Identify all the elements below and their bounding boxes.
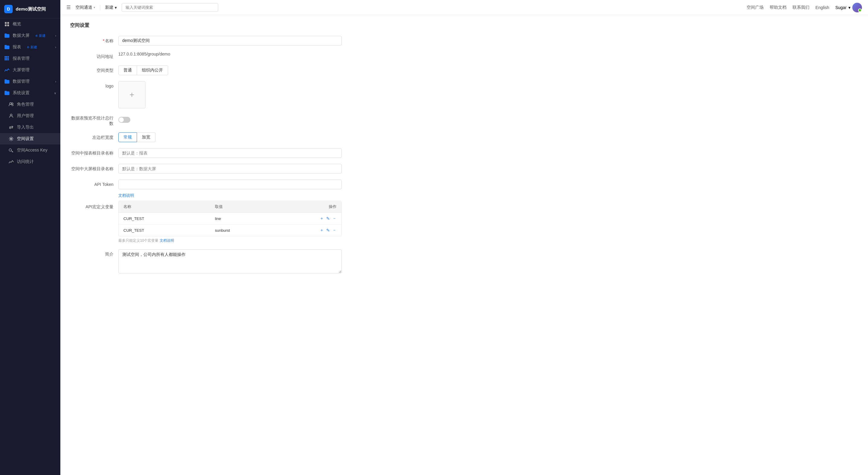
logo-upload-area[interactable]: + (118, 81, 146, 108)
data-mgmt-icon (4, 79, 10, 84)
topbar-new-btn[interactable]: 新建 ▾ (105, 5, 117, 10)
form-row-api-token: API Token (70, 180, 858, 189)
sidebar-item-report-mgmt[interactable]: 报表管理 (0, 53, 60, 64)
help-docs-link[interactable]: 帮助文档 (770, 5, 786, 10)
svg-rect-1 (7, 22, 9, 24)
svg-point-14 (12, 103, 13, 104)
macro-header-value: 取值 (215, 204, 306, 210)
table-row: CUR_TEST sunburst ＋ ✎ － (119, 224, 341, 236)
sidebar-item-report[interactable]: 报表 ⊕ 新建 › (0, 41, 60, 53)
app-name: demo测试空间 (16, 6, 46, 12)
form-row-screen-dir: 空间中大屏根目录名称 (70, 164, 858, 173)
user-menu[interactable]: Sugar ▾ (835, 3, 862, 12)
intro-label: 简介 (70, 249, 118, 257)
name-input[interactable] (118, 36, 342, 45)
form-row-doc-link: 文档说明 (70, 193, 858, 198)
form-row-intro: 简介 测试空间，公司内所有人都能操作 (70, 249, 858, 274)
svg-point-13 (10, 103, 11, 104)
screen-dir-label: 空间中大屏根目录名称 (70, 164, 118, 172)
space-square-link[interactable]: 空间广场 (747, 5, 764, 10)
macro-row1-add-btn[interactable]: ＋ (320, 216, 324, 221)
data-preview-toggle[interactable] (118, 117, 130, 123)
sidebar-item-user-mgmt[interactable]: 用户管理 (0, 110, 60, 122)
form-row-space-type: 空间类型 普通 组织内公开 (70, 65, 858, 75)
screen-dir-input[interactable] (118, 164, 342, 173)
svg-rect-12 (7, 59, 9, 60)
access-stats-icon (8, 159, 14, 164)
user-name: Sugar (835, 5, 846, 10)
name-control (118, 36, 342, 45)
sidebar-item-access-stats-label: 访问统计 (17, 159, 34, 164)
language-switch[interactable]: English (815, 5, 829, 10)
toggle-control (118, 115, 342, 123)
api-macro-label: API宏定义变量 (70, 201, 118, 210)
sidebar-item-overview[interactable]: 概览 (0, 19, 60, 30)
report-dir-label: 空间中报表根目录名称 (70, 148, 118, 156)
macro-row2-edit-btn[interactable]: ✎ (326, 228, 330, 233)
sidebar-item-space-settings[interactable]: 空间设置 (0, 133, 60, 145)
contact-us-link[interactable]: 联系我们 (793, 5, 809, 10)
api-macro-control: 名称 取值 操作 CUR_TEST line ＋ ✎ － (118, 201, 342, 243)
space-type-org-public-btn[interactable]: 组织内公开 (137, 65, 168, 75)
api-token-input[interactable] (118, 180, 342, 189)
doc-link-control: 文档说明 (118, 193, 342, 198)
topbar-search (122, 3, 218, 12)
form-row-logo: logo + (70, 81, 858, 108)
menu-toggle-icon[interactable]: ☰ (66, 4, 71, 10)
report-dir-input[interactable] (118, 148, 342, 158)
report-new-badge[interactable]: ⊕ 新建 (25, 45, 39, 50)
sidebar-item-space-access-key[interactable]: 空间Access Key (0, 145, 60, 156)
sidebar-item-import-export-label: 导入导出 (17, 125, 34, 130)
doc-link-spacer (70, 193, 118, 195)
intro-textarea[interactable]: 测试空间，公司内所有人都能操作 (118, 249, 342, 274)
sidebar-width-normal-btn[interactable]: 常规 (118, 132, 137, 142)
sidebar-item-access-stats[interactable]: 访问统计 (0, 156, 60, 167)
space-type-normal-btn[interactable]: 普通 (118, 65, 137, 75)
nav-arrow-icon: ▾ (94, 6, 95, 9)
search-input[interactable] (122, 3, 218, 12)
svg-rect-6 (7, 56, 9, 57)
sidebar-item-data-screen-label: 数据大屏 (13, 33, 30, 38)
sidebar: D demo测试空间 概览 数据大屏 ⊕ 新建 › 报表 ⊕ 新建 › 报表管理 (0, 0, 60, 475)
macro-row2-add-btn[interactable]: ＋ (320, 227, 324, 233)
sidebar-width-wide-btn[interactable]: 加宽 (137, 132, 155, 142)
macro-row1-delete-btn[interactable]: － (332, 216, 337, 221)
svg-rect-5 (6, 56, 7, 57)
form-row-api-macro: API宏定义变量 名称 取值 操作 CUR_TEST line (70, 201, 858, 243)
sidebar-item-import-export[interactable]: 导入导出 (0, 122, 60, 133)
macro-row1-edit-btn[interactable]: ✎ (326, 216, 330, 221)
sidebar-logo[interactable]: D demo测试空间 (0, 0, 60, 19)
screen-mgmt-icon (4, 67, 10, 73)
svg-rect-9 (7, 58, 9, 59)
sidebar-item-data-screen[interactable]: 数据大屏 ⊕ 新建 › (0, 30, 60, 41)
sidebar-item-role-mgmt[interactable]: 角色管理 (0, 99, 60, 110)
svg-rect-2 (5, 25, 7, 26)
sidebar-item-role-mgmt-label: 角色管理 (17, 102, 34, 107)
main-area: ☰ 空间通道 ▾ 新建 ▾ 空间广场 帮助文档 联系我们 English Sug… (60, 0, 868, 475)
sidebar-item-space-settings-label: 空间设置 (17, 136, 34, 141)
svg-rect-10 (4, 59, 6, 60)
doc-link[interactable]: 文档说明 (118, 193, 134, 198)
macro-row2-delete-btn[interactable]: － (332, 227, 337, 233)
macro-row2-actions: ＋ ✎ － (306, 227, 337, 233)
sidebar-width-control: 常规 加宽 (118, 132, 342, 142)
sidebar-item-screen-mgmt[interactable]: 大屏管理 (0, 64, 60, 76)
svg-rect-3 (7, 25, 9, 26)
folder-icon (4, 33, 10, 38)
svg-rect-0 (5, 22, 7, 24)
sidebar-item-sys-settings[interactable]: 系统设置 ∨ (0, 87, 60, 99)
svg-rect-11 (6, 59, 7, 60)
topbar-nav-space-channel[interactable]: 空间通道 ▾ (75, 5, 95, 10)
macro-doc-link[interactable]: 文档说明 (160, 239, 174, 243)
sidebar-item-report-label: 报表 (13, 44, 21, 50)
data-screen-new-badge[interactable]: ⊕ 新建 (34, 33, 47, 38)
nav-space-channel-label: 空间通道 (75, 5, 92, 10)
macro-row1-actions: ＋ ✎ － (306, 216, 337, 221)
space-type-control: 普通 组织内公开 (118, 65, 342, 75)
macro-hint: 最多只能定义10个宏变量 文档说明 (118, 238, 342, 243)
macro-table: 名称 取值 操作 CUR_TEST line ＋ ✎ － (118, 201, 342, 236)
sidebar-item-overview-label: 概览 (13, 22, 21, 27)
logo-plus-icon: + (129, 90, 134, 100)
macro-row1-value: line (215, 216, 306, 221)
sidebar-item-data-mgmt[interactable]: 数据管理 › (0, 76, 60, 87)
